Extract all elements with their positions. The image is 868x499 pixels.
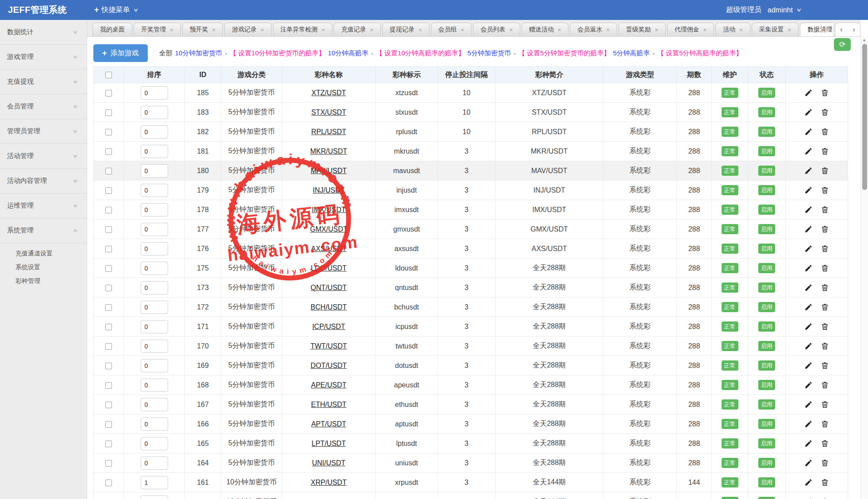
lottery-name-link[interactable]: LDO/USDT <box>311 264 347 272</box>
maintain-badge[interactable]: 正常 <box>722 185 738 195</box>
maintain-badge[interactable]: 正常 <box>722 399 738 410</box>
status-badge[interactable]: 启用 <box>758 107 775 117</box>
user-menu[interactable]: adminht ∨ <box>768 6 801 14</box>
delete-icon[interactable] <box>821 244 829 253</box>
delete-icon[interactable] <box>821 459 829 467</box>
edit-icon[interactable] <box>804 361 813 370</box>
sort-input[interactable] <box>141 242 168 255</box>
sidebar-subitem[interactable]: 充值通道设置 <box>0 247 87 260</box>
sort-input[interactable] <box>141 301 168 314</box>
lottery-name-link[interactable]: APE/USDT <box>311 381 346 389</box>
maintain-badge[interactable]: 正常 <box>722 302 738 312</box>
row-checkbox[interactable] <box>105 265 112 272</box>
lottery-name-link[interactable]: MAV/USDT <box>311 167 346 174</box>
delete-icon[interactable] <box>821 89 829 97</box>
delete-icon[interactable] <box>821 478 829 487</box>
edit-icon[interactable] <box>804 225 813 233</box>
sort-input[interactable] <box>141 86 168 100</box>
status-badge[interactable]: 启用 <box>758 341 775 351</box>
lottery-name-link[interactable]: ETH/USDT <box>311 401 346 408</box>
edit-icon[interactable] <box>804 166 813 175</box>
quick-menu-button[interactable]: + 快捷菜单 ∨ <box>94 5 138 15</box>
lottery-name-link[interactable]: RPL/USDT <box>311 128 346 135</box>
sidebar-item[interactable]: 数据统计 ∨ <box>0 20 87 45</box>
maintain-badge[interactable]: 正常 <box>722 88 738 98</box>
maintain-badge[interactable]: 正常 <box>722 438 738 449</box>
lottery-name-link[interactable]: TWT/USDT <box>311 342 347 350</box>
sort-input[interactable] <box>141 223 168 236</box>
delete-icon[interactable] <box>821 283 829 292</box>
edit-icon[interactable] <box>804 89 813 97</box>
row-checkbox[interactable] <box>105 187 112 194</box>
tab[interactable]: 充值记录 × <box>334 23 381 36</box>
edit-icon[interactable] <box>804 439 813 448</box>
tab-close-icon[interactable]: × <box>370 27 373 33</box>
sort-input[interactable] <box>141 281 168 294</box>
delete-icon[interactable] <box>821 381 829 389</box>
lottery-name-link[interactable]: MKR/USDT <box>310 147 347 155</box>
sort-input[interactable] <box>141 145 168 158</box>
delete-icon[interactable] <box>821 205 829 214</box>
status-badge[interactable]: 启用 <box>758 458 775 468</box>
edit-icon[interactable] <box>804 244 813 253</box>
tab[interactable]: 活动 × <box>715 23 750 36</box>
tab[interactable]: 开奖管理 × <box>134 23 181 36</box>
lottery-name-link[interactable]: ICP/USDT <box>312 323 346 330</box>
status-badge[interactable]: 启用 <box>758 244 775 254</box>
delete-icon[interactable] <box>821 342 829 350</box>
status-badge[interactable]: 启用 <box>758 477 775 487</box>
filter-link[interactable]: 10分钟高赔率 <box>328 49 369 58</box>
sort-input[interactable] <box>141 203 168 217</box>
maintain-badge[interactable]: 正常 <box>722 419 738 429</box>
edit-icon[interactable] <box>804 420 813 428</box>
edit-icon[interactable] <box>804 108 813 116</box>
maintain-badge[interactable]: 正常 <box>722 360 738 371</box>
delete-icon[interactable] <box>821 361 829 370</box>
sort-input[interactable] <box>141 379 168 392</box>
tab-close-icon[interactable]: × <box>739 27 743 33</box>
row-checkbox[interactable] <box>105 421 112 428</box>
sort-input[interactable] <box>141 495 168 499</box>
maintain-badge[interactable]: 正常 <box>722 263 738 273</box>
status-badge[interactable]: 启用 <box>758 438 775 449</box>
sort-input[interactable] <box>141 437 168 450</box>
sidebar-item[interactable]: 管理员管理 ∨ <box>0 119 87 144</box>
tab[interactable]: 会员返水 × <box>570 23 617 36</box>
maintain-badge[interactable]: 正常 <box>722 282 738 293</box>
lottery-name-link[interactable]: DOT/USDT <box>311 362 347 369</box>
tab[interactable]: 数据清理 <box>800 23 833 36</box>
sidebar-item[interactable]: 活动管理 ∨ <box>0 144 87 169</box>
lottery-name-link[interactable]: LPT/USDT <box>311 440 346 447</box>
maintain-badge[interactable]: 正常 <box>722 380 738 390</box>
row-checkbox[interactable] <box>105 285 112 291</box>
maintain-badge[interactable]: 正常 <box>722 146 738 156</box>
row-checkbox[interactable] <box>105 382 112 389</box>
filter-link[interactable]: 5分钟高赔率 <box>613 49 649 58</box>
tab-close-icon[interactable]: × <box>509 27 513 33</box>
edit-icon[interactable] <box>804 147 813 155</box>
sort-input[interactable] <box>141 476 168 489</box>
tab-close-icon[interactable]: × <box>212 27 216 33</box>
maintain-badge[interactable]: 正常 <box>722 458 738 468</box>
edit-icon[interactable] <box>804 478 813 487</box>
row-checkbox[interactable] <box>105 148 112 155</box>
row-checkbox[interactable] <box>105 441 112 447</box>
scroll-up-icon[interactable]: ▲ <box>862 38 866 42</box>
delete-icon[interactable] <box>821 322 829 331</box>
status-badge[interactable]: 启用 <box>758 166 775 176</box>
lottery-name-link[interactable]: UNI/USDT <box>312 459 346 467</box>
row-checkbox[interactable] <box>105 304 112 311</box>
edit-icon[interactable] <box>804 283 813 292</box>
maintain-badge[interactable]: 正常 <box>722 127 738 137</box>
status-badge[interactable]: 启用 <box>758 380 775 390</box>
tab-close-icon[interactable]: × <box>261 27 264 33</box>
status-badge[interactable]: 启用 <box>758 146 775 156</box>
sort-input[interactable] <box>141 164 168 178</box>
tab[interactable]: 注单异常检测 × <box>273 23 333 36</box>
sort-input[interactable] <box>141 398 168 411</box>
lottery-name-link[interactable]: INJ/USDT <box>313 186 345 194</box>
status-badge[interactable]: 启用 <box>758 185 775 195</box>
edit-icon[interactable] <box>804 400 813 409</box>
tab[interactable]: 赠送活动 × <box>522 23 569 36</box>
delete-icon[interactable] <box>821 420 829 428</box>
